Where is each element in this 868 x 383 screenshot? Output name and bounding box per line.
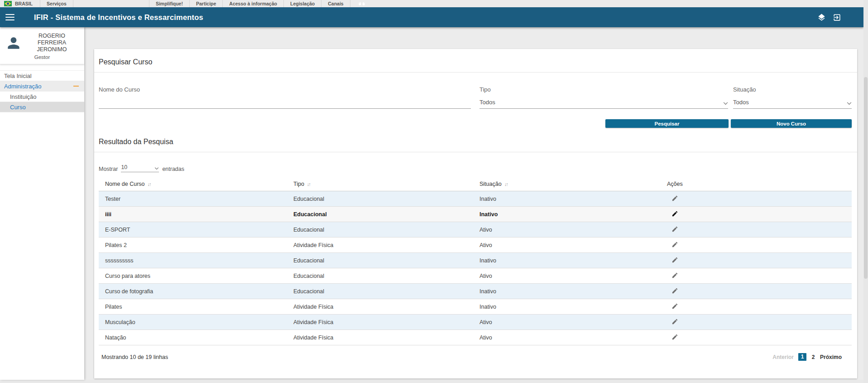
pagination-pages: 12 (798, 353, 815, 361)
divider (94, 72, 857, 73)
tipo-selected-value: Todos (480, 99, 495, 108)
results-section-title: Resultado da Pesquisa (99, 138, 852, 146)
cell-situacao: Inativo (473, 191, 661, 207)
collapse-dash-icon (73, 86, 79, 87)
pagination-page-1[interactable]: 1 (798, 353, 806, 361)
search-buttons: Pesquisar Novo Curso (99, 119, 852, 128)
edit-pencil-button[interactable] (671, 303, 678, 310)
situacao-label: Situação (733, 86, 852, 93)
gov-link-servicos[interactable]: Serviços (40, 0, 73, 7)
vlibras-accessibility-button[interactable] (356, 1, 368, 7)
sidebar-item-curso[interactable]: Curso (0, 102, 84, 112)
pesquisar-button[interactable]: Pesquisar (605, 119, 729, 128)
logout-icon[interactable] (833, 13, 841, 22)
table-body: TesterEducacionalInativoiiiiEducacionalI… (99, 191, 852, 345)
nome-curso-label: Nome do Curso (99, 86, 471, 93)
gov-link-canais[interactable]: Canais (321, 0, 350, 7)
pagination-next[interactable]: Próximo (820, 354, 842, 360)
divider (94, 152, 857, 152)
cell-nome-curso: Pilates (99, 299, 287, 315)
main-content: Pesquisar Curso Nome do Curso Tipo Todos… (84, 27, 863, 380)
length-suffix-label: entradas (162, 166, 184, 172)
sidebar-item-label: Administração (4, 83, 41, 90)
gov-link-legislacao[interactable]: Legislação (284, 0, 321, 7)
chevron-down-icon (847, 102, 852, 105)
situacao-select[interactable]: Todos (733, 97, 852, 109)
cell-tipo: Educacional (287, 207, 473, 222)
sidebar-item-instituicao[interactable]: Instituição (0, 92, 84, 102)
scrollbar-track (863, 0, 868, 383)
gov-bar: BRASIL ServiçosSimplifique!ParticipeAces… (0, 0, 863, 7)
gov-link-acesso-a-informacao[interactable]: Acesso à informação (223, 0, 284, 7)
cell-tipo: Educacional (287, 191, 473, 207)
column-header-nome-de-curso[interactable]: Nome de Curso↓↑ (99, 179, 287, 191)
cell-nome-curso: Curso para atores (99, 268, 287, 284)
novo-curso-button[interactable]: Novo Curso (731, 119, 852, 128)
table-row: iiiiEducacionalInativo (99, 207, 852, 222)
cell-situacao: Inativo (473, 299, 661, 315)
edit-pencil-button[interactable] (671, 318, 678, 325)
edit-pencil-button[interactable] (671, 257, 678, 263)
column-header-situacao[interactable]: Situação↓↑ (473, 179, 661, 191)
cell-nome-curso: Musculação (99, 315, 287, 330)
gov-link-simplifique[interactable]: Simplifique! (149, 0, 190, 7)
layers-icon[interactable] (817, 13, 826, 22)
gov-brand-label: BRASIL (15, 1, 33, 6)
cell-nome-curso: ssssssssss (99, 253, 287, 268)
nome-curso-input[interactable] (99, 97, 471, 108)
column-header-acoes: Ações (661, 179, 852, 191)
gov-link-participe[interactable]: Participe (190, 0, 223, 7)
cell-situacao: Ativo (473, 222, 661, 238)
cell-tipo: Atividade Física (287, 315, 473, 330)
cell-tipo: Educacional (287, 253, 473, 268)
gov-items: ServiçosSimplifique!ParticipeAcesso à in… (40, 0, 350, 7)
pagination-previous[interactable]: Anterior (772, 354, 794, 360)
edit-pencil-button[interactable] (671, 195, 678, 202)
sort-arrows-icon: ↓↑ (148, 181, 151, 187)
cell-tipo: Educacional (287, 222, 473, 238)
length-prefix-label: Mostrar (99, 166, 118, 172)
edit-pencil-button[interactable] (671, 226, 678, 233)
column-header-tipo[interactable]: Tipo↓↑ (287, 179, 473, 191)
table-row: Curso de fotografiaEducacionalInativo (99, 284, 852, 299)
sidebar-item-tela-inicial[interactable]: Tela Inicial (0, 71, 84, 81)
menu-hamburger-icon[interactable] (5, 14, 14, 20)
cell-situacao: Inativo (473, 284, 661, 299)
brazil-flag-icon (4, 1, 12, 6)
cell-tipo: Atividade Física (287, 330, 473, 345)
cell-acoes (661, 284, 852, 299)
pagination: Anterior 12 Próximo (772, 353, 842, 361)
cell-tipo: Educacional (287, 284, 473, 299)
cell-acoes (661, 299, 852, 315)
scrollbar-thumb[interactable] (864, 77, 868, 279)
sidebar: ROGERIO FERREIRA JERONIMO Gestor Tela In… (0, 27, 84, 380)
page-length-select[interactable]: 10 (121, 164, 159, 172)
edit-pencil-button[interactable] (671, 241, 678, 248)
app-title: IFIR - Sistema de Incentivos e Ressarcim… (34, 13, 203, 22)
edit-pencil-button[interactable] (671, 287, 678, 294)
cell-acoes (661, 222, 852, 238)
edit-pencil-button[interactable] (671, 210, 678, 217)
table-row: MusculaçãoAtividade FísicaAtivo (99, 315, 852, 330)
tipo-select[interactable]: Todos (480, 97, 728, 109)
table-row: ssssssssssEducacionalInativo (99, 253, 852, 268)
table-row: Curso para atoresEducacionalAtivo (99, 268, 852, 284)
sidebar-menu: Tela InicialAdministraçãoInstituiçãoCurs… (0, 70, 84, 112)
cell-nome-curso: Pilates 2 (99, 238, 287, 253)
page-length-control: Mostrar 10 entradas (99, 164, 852, 172)
pagination-page-2[interactable]: 2 (811, 354, 815, 360)
cell-situacao: Ativo (473, 315, 661, 330)
tipo-label: Tipo (480, 86, 728, 93)
sort-arrows-icon: ↓↑ (504, 181, 508, 187)
edit-pencil-button[interactable] (671, 272, 678, 279)
edit-pencil-button[interactable] (671, 334, 678, 340)
sidebar-item-administracao[interactable]: Administração (0, 81, 84, 92)
chevron-down-icon (723, 102, 728, 105)
cell-tipo: Atividade Física (287, 299, 473, 315)
cell-acoes (661, 268, 852, 284)
cell-acoes (661, 238, 852, 253)
cell-situacao: Ativo (473, 330, 661, 345)
gov-spacer (73, 0, 149, 7)
hands-icon (358, 1, 365, 6)
gov-brand-brasil[interactable]: BRASIL (0, 0, 40, 7)
